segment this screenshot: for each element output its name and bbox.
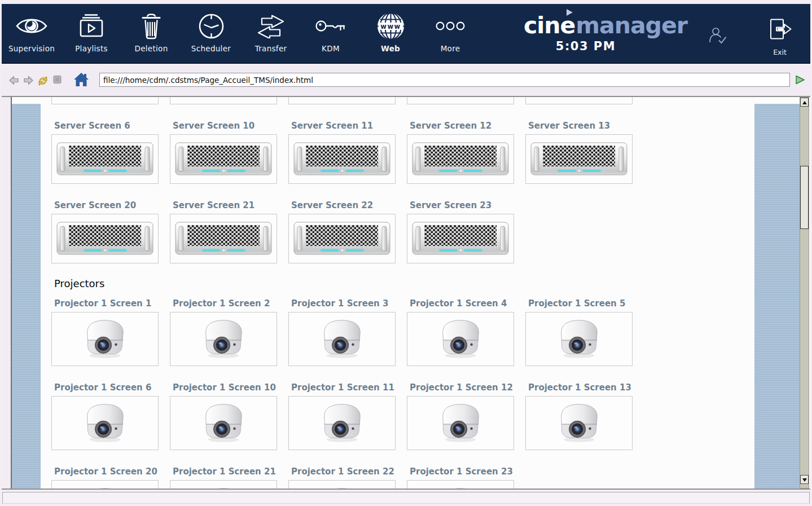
device-box[interactable] — [288, 214, 396, 263]
device-box[interactable] — [51, 396, 159, 450]
section-heading: Projectors — [54, 278, 754, 289]
projector-image — [552, 316, 606, 362]
device-box[interactable] — [170, 214, 277, 263]
back-icon[interactable] — [8, 75, 19, 86]
device-label: Projector 1 Screen 10 — [173, 382, 277, 393]
device-label: Projector 1 Screen 12 — [410, 382, 514, 393]
home-icon[interactable] — [73, 72, 90, 87]
refresh-icon[interactable] — [37, 75, 49, 87]
go-icon[interactable] — [795, 74, 806, 85]
page-content-card: Server Screen 6 Server Screen 10 Server … — [41, 97, 754, 489]
device-box[interactable] — [525, 134, 633, 184]
server-image — [175, 221, 272, 256]
device-box[interactable] — [51, 312, 159, 366]
device-box[interactable] — [288, 312, 396, 366]
device-cell: Projector 1 Screen 2 — [170, 298, 277, 366]
device-box-partial[interactable] — [51, 97, 159, 104]
device-box[interactable] — [170, 480, 277, 489]
device-label: Projector 1 Screen 2 — [173, 298, 277, 309]
device-box[interactable] — [407, 480, 514, 489]
projector-image — [196, 484, 251, 489]
device-box-partial[interactable] — [407, 97, 514, 104]
device-box[interactable] — [288, 480, 396, 489]
projector-image — [433, 316, 488, 362]
device-label: Projector 1 Screen 4 — [410, 298, 514, 309]
device-box[interactable] — [51, 214, 159, 263]
scrollbar-up-button[interactable] — [800, 98, 809, 107]
user-session-button[interactable] — [707, 25, 728, 47]
toolbar-item-supervision[interactable]: Supervision — [2, 4, 62, 63]
projector-image — [78, 400, 132, 446]
server-image — [530, 142, 627, 177]
device-cell: Server Screen 23 — [407, 200, 514, 263]
toolbar-item-scheduler[interactable]: Scheduler — [181, 4, 241, 63]
exit-button[interactable]: Exit — [766, 17, 794, 56]
projector-image — [196, 400, 251, 446]
toolbar-icon-holder — [256, 10, 286, 42]
toolbar-item-deletion[interactable]: Deletion — [121, 4, 181, 63]
scrollbar-thumb[interactable] — [800, 166, 809, 229]
logo: cinemanager 5:03 PM — [524, 13, 670, 53]
forward-icon[interactable] — [23, 75, 34, 86]
scrollbar-down-button[interactable] — [800, 475, 809, 484]
toolbar-item-web[interactable]: Web — [361, 4, 420, 63]
toolbar-item-playlists[interactable]: Playlists — [62, 4, 121, 63]
device-box[interactable] — [407, 312, 514, 366]
logo-text: cinemanager — [524, 13, 670, 38]
toolbar-icon-holder — [78, 10, 105, 42]
device-cell: Projector 1 Screen 6 — [51, 382, 159, 450]
device-cell: Server Screen 21 — [170, 200, 277, 263]
device-box-partial[interactable] — [170, 97, 277, 104]
device-label: Projector 1 Screen 21 — [173, 467, 277, 477]
device-cell: Projector 1 Screen 5 — [525, 298, 633, 366]
server-image — [293, 142, 390, 177]
device-row: Server Screen 6 Server Screen 10 Server … — [41, 121, 754, 184]
toolbar-item-transfer[interactable]: Transfer — [241, 4, 301, 63]
trash-icon — [140, 13, 163, 39]
url-input[interactable] — [99, 73, 790, 87]
logo-play-triangle-icon — [567, 9, 573, 16]
more-dots-icon — [436, 21, 465, 30]
device-cell: Server Screen 13 — [525, 121, 633, 184]
projector-image — [315, 400, 369, 446]
device-box[interactable] — [170, 312, 277, 366]
device-box-partial[interactable] — [525, 97, 633, 104]
scrolled-off-row — [41, 97, 754, 104]
device-cell: Projector 1 Screen 13 — [525, 382, 633, 450]
device-box[interactable] — [51, 480, 159, 489]
toolbar-icon-holder — [15, 10, 48, 42]
device-cell: Projector 1 Screen 10 — [170, 382, 277, 450]
main-toolbar: Supervision Playlists Deletion Scheduler… — [2, 4, 810, 64]
toolbar-item-kdm[interactable]: KDM — [301, 4, 361, 63]
device-box-partial[interactable] — [288, 97, 396, 104]
device-box[interactable] — [525, 396, 633, 450]
toolbar-icon-holder — [198, 10, 225, 42]
eye-icon — [15, 15, 48, 37]
toolbar-item-label: Scheduler — [191, 44, 231, 53]
device-label: Server Screen 22 — [291, 200, 396, 210]
browser-toolbar — [2, 65, 810, 96]
device-cell: Projector 1 Screen 22 — [288, 467, 396, 489]
device-box[interactable] — [170, 396, 277, 450]
device-label: Projector 1 Screen 5 — [528, 298, 633, 309]
device-box[interactable] — [407, 214, 514, 263]
device-box[interactable] — [407, 396, 514, 450]
device-row: Projector 1 Screen 6 Projector 1 Screen … — [41, 382, 754, 450]
device-box[interactable] — [170, 134, 277, 184]
vertical-scrollbar[interactable] — [800, 97, 809, 489]
clock-icon — [198, 13, 225, 39]
toolbar-items: Supervision Playlists Deletion Scheduler… — [2, 4, 480, 63]
device-box[interactable] — [51, 134, 159, 184]
device-box[interactable] — [525, 312, 633, 366]
device-label: Server Screen 11 — [291, 121, 396, 131]
device-box[interactable] — [288, 396, 396, 450]
stop-icon[interactable] — [53, 75, 62, 84]
toolbar-icon-holder — [314, 10, 347, 42]
device-label: Server Screen 21 — [173, 200, 277, 210]
device-box[interactable] — [407, 134, 514, 184]
toolbar-item-more[interactable]: More — [420, 4, 480, 63]
projector-image — [315, 484, 369, 489]
cinemanager-window: Supervision Playlists Deletion Scheduler… — [0, 0, 812, 506]
device-cell: Server Screen 6 — [51, 121, 159, 184]
device-box[interactable] — [288, 134, 396, 184]
